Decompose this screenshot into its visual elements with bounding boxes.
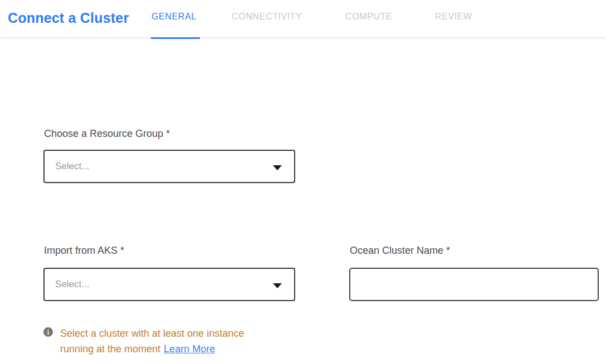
tab-connectivity[interactable]: CONNECTIVITY (232, 12, 302, 22)
tab-compute[interactable]: COMPUTE (345, 12, 392, 22)
active-tab-underline (151, 37, 200, 39)
info-note: Select a cluster with at least one insta… (60, 326, 266, 357)
learn-more-link[interactable]: Learn More (164, 343, 215, 355)
ocean-cluster-name-label: Ocean Cluster Name * (350, 245, 450, 257)
connect-cluster-page: Connect a Cluster GENERAL CONNECTIVITY C… (0, 0, 606, 364)
info-circle-icon: i (43, 327, 53, 337)
resource-group-select-placeholder: Select... (55, 161, 89, 172)
tab-review[interactable]: REVIEW (435, 12, 472, 22)
ocean-cluster-name-input[interactable] (349, 268, 599, 301)
wizard-header: Connect a Cluster GENERAL CONNECTIVITY C… (0, 0, 606, 38)
info-note-text: Select a cluster with at least one insta… (60, 328, 244, 355)
import-aks-select-placeholder: Select... (55, 279, 89, 290)
tab-general[interactable]: GENERAL (152, 12, 197, 22)
resource-group-label: Choose a Resource Group * (44, 128, 170, 140)
chevron-down-icon (273, 283, 282, 288)
import-aks-select[interactable]: Select... (43, 268, 295, 301)
page-title: Connect a Cluster (8, 10, 129, 26)
resource-group-select[interactable]: Select... (43, 150, 295, 183)
chevron-down-icon (273, 165, 282, 170)
import-aks-label: Import from AKS * (44, 245, 124, 257)
